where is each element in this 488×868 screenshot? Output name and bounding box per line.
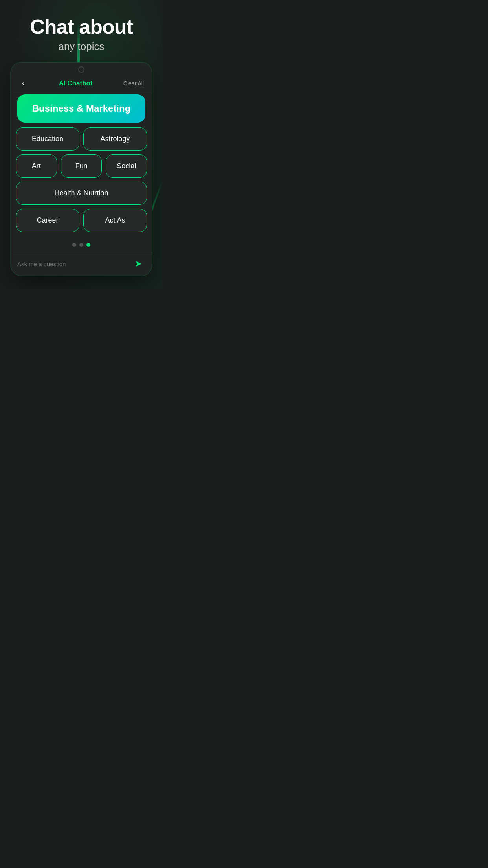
page-title: Chat about (30, 16, 133, 38)
phone-header: ‹ AI Chatbot Clear All (11, 63, 152, 94)
topics-row-2: Art Fun Social (16, 154, 147, 178)
send-icon: ➤ (135, 259, 142, 269)
chat-input[interactable] (17, 261, 127, 267)
phone-mockup: ‹ AI Chatbot Clear All Business & Market… (11, 62, 152, 276)
page-subtitle: any topics (58, 40, 104, 53)
dot-3[interactable] (86, 243, 90, 247)
notch-bar (19, 66, 144, 73)
main-content: Chat about any topics ‹ AI Chatbot Clear… (0, 0, 163, 284)
featured-topic-label: Business & Marketing (32, 103, 131, 114)
topic-art[interactable]: Art (16, 154, 57, 178)
topic-career-label: Career (37, 216, 58, 224)
topic-art-label: Art (32, 162, 41, 170)
send-button[interactable]: ➤ (131, 257, 145, 271)
topic-fun[interactable]: Fun (61, 154, 102, 178)
back-button[interactable]: ‹ (19, 77, 28, 90)
topic-astrology[interactable]: Astrology (83, 127, 147, 151)
topics-row-3: Health & Nutrtion (16, 182, 147, 205)
phone-nav: ‹ AI Chatbot Clear All (19, 76, 144, 91)
topics-row-4: Career Act As (16, 209, 147, 232)
topic-act-as[interactable]: Act As (83, 209, 147, 232)
dots-indicator (11, 239, 152, 252)
topic-astrology-label: Astrology (100, 135, 130, 143)
topic-fun-label: Fun (75, 162, 87, 170)
topic-social-label: Social (117, 162, 136, 170)
notch-circle (78, 66, 84, 73)
clear-all-button[interactable]: Clear All (123, 80, 144, 86)
featured-topic-button[interactable]: Business & Marketing (17, 94, 145, 123)
nav-title: AI Chatbot (59, 79, 93, 87)
topic-health[interactable]: Health & Nutrtion (16, 182, 147, 205)
topic-health-label: Health & Nutrtion (54, 189, 108, 197)
dot-2[interactable] (79, 243, 83, 247)
topics-container: Education Astrology Art Fun Social (11, 127, 152, 239)
input-area: ➤ (11, 252, 152, 276)
topic-education[interactable]: Education (16, 127, 79, 151)
topic-act-as-label: Act As (105, 216, 125, 224)
dot-1[interactable] (72, 243, 76, 247)
topic-social[interactable]: Social (106, 154, 147, 178)
topics-row-1: Education Astrology (16, 127, 147, 151)
topic-education-label: Education (32, 135, 63, 143)
topic-career[interactable]: Career (16, 209, 79, 232)
